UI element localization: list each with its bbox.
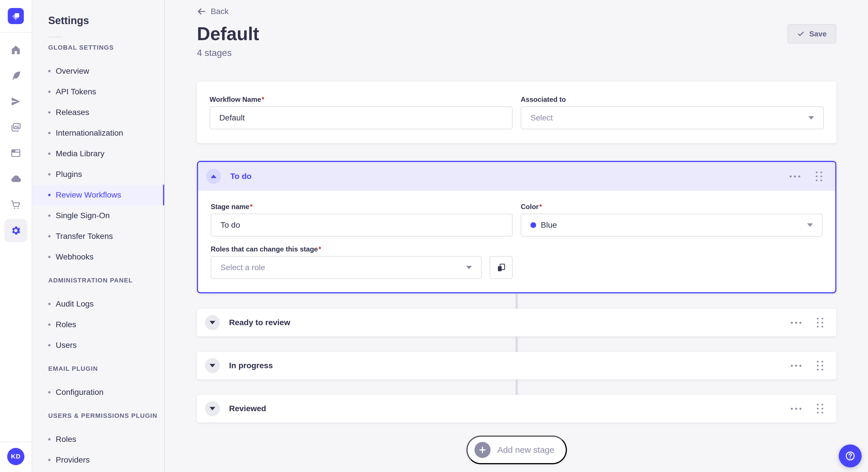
expand-stage-button[interactable] [205,358,220,373]
main-nav-rail: KD [0,0,32,472]
stage-title: Ready to review [229,318,290,327]
user-avatar[interactable]: KD [7,448,24,465]
workflow-form-panel: Workflow Name* Associated to Select [197,82,836,143]
stage-options-menu-icon[interactable] [791,405,801,412]
plus-icon [474,442,491,458]
duplicate-icon [497,263,506,272]
expand-stage-button[interactable] [205,401,220,416]
sidebar-item-media-library[interactable]: Media Library [32,143,164,164]
sidebar-item-audit-logs[interactable]: Audit Logs [32,294,164,314]
main-content: Back Default Save 4 stages Workflow Name… [165,0,868,472]
bullet-icon [48,344,51,346]
stage-title: Reviewed [229,404,266,413]
bullet-icon [48,303,51,305]
page-title: Default [197,24,259,44]
section-label-global-settings: GLOBAL SETTINGS [48,43,164,52]
sidebar-item-up-providers[interactable]: Providers [32,450,164,470]
check-icon [797,30,805,38]
bullet-icon [48,70,51,72]
workflow-name-label: Workflow Name* [210,96,513,103]
subnav-divider [48,37,62,37]
stage-connector [516,379,518,395]
chevron-down-icon [210,321,215,324]
sidebar-item-single-sign-on[interactable]: Single Sign-On [32,205,164,226]
stage-card-to-do: To do Stage name* Color* Blue [197,161,836,293]
drag-handle-icon[interactable] [815,359,825,372]
media-library-icon[interactable] [4,116,27,139]
drag-handle-icon[interactable] [814,170,824,183]
stage-roles-select[interactable]: Select a role [211,256,482,279]
associated-to-label: Associated to [521,96,824,103]
stage-header-to-do[interactable]: To do [198,162,835,191]
sidebar-item-plugins[interactable]: Plugins [32,164,164,185]
sidebar-item-transfer-tokens[interactable]: Transfer Tokens [32,226,164,247]
bullet-icon [48,111,51,113]
bullet-icon [48,391,51,394]
deploy-icon[interactable] [4,90,27,113]
stage-name-label: Stage name* [211,203,513,211]
sidebar-item-api-tokens[interactable]: API Tokens [32,81,164,102]
sidebar-item-overview[interactable]: Overview [32,61,164,81]
stage-options-menu-icon[interactable] [791,319,801,326]
associated-to-field: Associated to Select [521,96,824,129]
chevron-down-icon [210,364,215,367]
stage-color-select[interactable]: Blue [521,214,823,237]
expand-stage-button[interactable] [205,315,220,330]
page-subtitle: 4 stages [197,47,836,58]
stage-options-menu-icon[interactable] [789,173,800,180]
stage-card-ready-to-review[interactable]: Ready to review [197,309,836,336]
bullet-icon [48,153,51,155]
stage-connector [516,293,518,309]
drag-handle-icon[interactable] [815,402,825,415]
subnav-title: Settings [48,14,164,28]
help-button[interactable] [839,444,862,467]
save-button[interactable]: Save [787,24,836,43]
cloud-icon[interactable] [4,167,27,191]
strapi-logo-icon [9,10,22,22]
bullet-icon [48,256,51,258]
add-new-stage-button[interactable]: Add new stage [466,436,567,464]
back-arrow-icon [197,7,206,16]
chevron-up-icon [211,175,216,178]
sidebar-item-email-configuration[interactable]: Configuration [32,382,164,403]
settings-subnav: Settings GLOBAL SETTINGS Overview API To… [32,0,165,472]
stage-card-reviewed[interactable]: Reviewed [197,395,836,423]
stage-name-field: Stage name* [211,203,513,237]
sidebar-item-webhooks[interactable]: Webhooks [32,247,164,267]
back-link[interactable]: Back [197,7,228,16]
sidebar-item-users[interactable]: Users [32,335,164,356]
chevron-down-icon [210,407,215,410]
stage-roles-field: Roles that can change this stage* Select… [211,245,513,279]
chevron-down-icon [808,116,814,120]
stage-title: In progress [229,361,273,370]
home-icon[interactable] [4,38,27,61]
sidebar-item-up-roles[interactable]: Roles [32,429,164,450]
stage-color-label: Color* [521,203,823,211]
stage-options-menu-icon[interactable] [791,363,801,369]
sidebar-item-internationalization[interactable]: Internationalization [32,123,164,143]
content-type-builder-icon[interactable] [4,64,27,87]
bullet-icon [48,91,51,93]
bullet-icon [48,214,51,217]
sidebar-item-review-workflows[interactable]: Review Workflows [32,185,164,205]
bullet-icon [48,132,51,134]
collapse-stage-button[interactable] [206,169,221,184]
content-manager-icon[interactable] [4,142,27,165]
sidebar-item-releases[interactable]: Releases [32,102,164,123]
rail-divider [0,32,32,33]
strapi-logo[interactable] [8,8,24,24]
sidebar-item-admin-roles[interactable]: Roles [32,314,164,335]
stage-card-in-progress[interactable]: In progress [197,352,836,379]
bullet-icon [48,324,51,326]
settings-gear-icon[interactable] [4,219,27,242]
drag-handle-icon[interactable] [815,316,825,329]
stage-name-input[interactable] [211,214,513,237]
section-label-administration-panel: ADMINISTRATION PANEL [48,276,164,285]
duplicate-stage-button[interactable] [490,256,513,279]
marketplace-cart-icon[interactable] [4,193,27,216]
section-label-email-plugin: EMAIL PLUGIN [48,364,164,373]
associated-to-select[interactable]: Select [521,106,824,129]
question-mark-icon [844,450,857,462]
workflow-name-input[interactable] [210,106,513,129]
bullet-icon [48,459,51,461]
